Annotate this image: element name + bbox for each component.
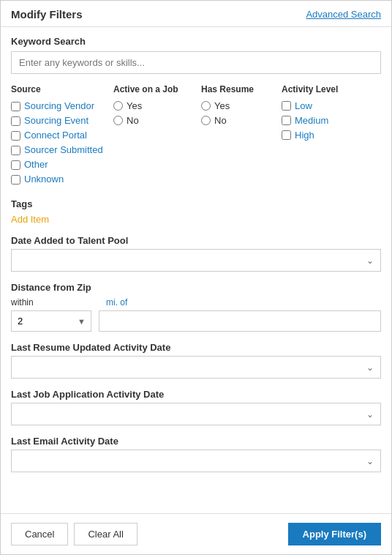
active-on-job-header: Active on a Job	[113, 84, 201, 94]
activity-low[interactable]: Low	[282, 100, 381, 111]
date-added-section: Date Added to Talent Pool ⌄	[11, 235, 381, 272]
activity-medium[interactable]: Medium	[282, 115, 381, 126]
modal-body: Keyword Search Source Sourcing Vendor So…	[1, 27, 391, 513]
distance-row: 1 2 5 10 25 50 100 ▼	[11, 310, 381, 332]
last-job-label: Last Job Application Activity Date	[11, 389, 381, 400]
source-other[interactable]: Other	[11, 159, 113, 170]
last-job-section: Last Job Application Activity Date ⌄	[11, 389, 381, 425]
connect-portal-label: Connect Portal	[24, 130, 87, 141]
source-sourcing-vendor[interactable]: Sourcing Vendor	[11, 100, 113, 111]
has-resume-header: Has Resume	[201, 84, 282, 94]
distance-within-dropdown: 1 2 5 10 25 50 100 ▼	[11, 310, 91, 332]
sourcing-vendor-label: Sourcing Vendor	[24, 100, 94, 111]
active-on-job-column: Active on a Job Yes No	[113, 84, 201, 188]
apply-filters-button[interactable]: Apply Filter(s)	[288, 523, 381, 545]
activity-level-header: Activity Level	[282, 84, 381, 94]
activity-high[interactable]: High	[282, 130, 381, 141]
source-connect-portal[interactable]: Connect Portal	[11, 130, 113, 141]
last-email-select[interactable]	[11, 450, 381, 472]
last-resume-label: Last Resume Updated Activity Date	[11, 342, 381, 353]
activity-level-column: Activity Level Low Medium High	[282, 84, 381, 188]
keyword-search-label: Keyword Search	[11, 36, 381, 47]
other-checkbox[interactable]	[11, 160, 20, 170]
resume-no-label: No	[214, 115, 227, 126]
sourcer-submitted-label: Sourcer Submitted	[24, 144, 103, 155]
source-sourcer-submitted[interactable]: Sourcer Submitted	[11, 144, 113, 155]
activity-low-checkbox[interactable]	[282, 101, 291, 111]
unknown-label: Unknown	[24, 174, 64, 185]
last-resume-section: Last Resume Updated Activity Date ⌄	[11, 342, 381, 379]
zip-code-input[interactable]	[99, 310, 381, 332]
unknown-checkbox[interactable]	[11, 175, 20, 185]
cancel-button[interactable]: Cancel	[11, 523, 68, 545]
activity-low-label: Low	[295, 100, 312, 111]
distance-within-select[interactable]: 1 2 5 10 25 50 100	[11, 310, 91, 332]
last-job-dropdown-wrapper: ⌄	[11, 403, 381, 425]
resume-yes-label: Yes	[214, 100, 230, 111]
sourcing-event-checkbox[interactable]	[11, 116, 20, 126]
date-added-select[interactable]	[11, 249, 381, 272]
other-label: Other	[24, 159, 48, 170]
activity-high-checkbox[interactable]	[282, 130, 291, 140]
resume-no-radio[interactable]	[201, 116, 211, 125]
activity-high-label: High	[295, 130, 314, 141]
activity-medium-label: Medium	[295, 115, 328, 126]
connect-portal-checkbox[interactable]	[11, 131, 20, 141]
activity-medium-checkbox[interactable]	[282, 116, 291, 125]
sourcing-event-label: Sourcing Event	[24, 115, 88, 126]
last-resume-select[interactable]	[11, 356, 381, 379]
mi-of-label: mi. of	[106, 297, 127, 308]
date-added-label: Date Added to Talent Pool	[11, 235, 381, 246]
clear-all-button[interactable]: Clear All	[74, 523, 137, 545]
active-no-radio[interactable]	[113, 116, 123, 125]
active-yes[interactable]: Yes	[113, 100, 201, 111]
modify-filters-modal: Modify Filters Advanced Search Keyword S…	[0, 0, 392, 555]
tags-section: Tags Add Item	[11, 198, 381, 225]
source-unknown[interactable]: Unknown	[11, 174, 113, 185]
filters-grid: Source Sourcing Vendor Sourcing Event Co…	[11, 84, 381, 188]
last-resume-dropdown-wrapper: ⌄	[11, 356, 381, 379]
sourcer-submitted-checkbox[interactable]	[11, 146, 20, 155]
active-no-label: No	[127, 115, 139, 126]
resume-no[interactable]: No	[201, 115, 282, 126]
distance-section: Distance from Zip within mi. of 1 2 5 10…	[11, 282, 381, 332]
tags-label: Tags	[11, 198, 381, 209]
date-added-dropdown-wrapper: ⌄	[11, 249, 381, 272]
distance-label: Distance from Zip	[11, 282, 381, 293]
modal-footer: Cancel Clear All Apply Filter(s)	[1, 513, 391, 554]
active-yes-radio[interactable]	[113, 101, 123, 111]
source-header: Source	[11, 84, 113, 94]
active-yes-label: Yes	[127, 100, 142, 111]
within-label: within	[11, 297, 99, 308]
advanced-search-link[interactable]: Advanced Search	[306, 9, 381, 20]
resume-yes[interactable]: Yes	[201, 100, 282, 111]
add-item-link[interactable]: Add Item	[11, 214, 49, 225]
source-sourcing-event[interactable]: Sourcing Event	[11, 115, 113, 126]
active-no[interactable]: No	[113, 115, 201, 126]
has-resume-column: Has Resume Yes No	[201, 84, 282, 188]
footer-left-buttons: Cancel Clear All	[11, 523, 137, 545]
last-email-label: Last Email Activity Date	[11, 436, 381, 447]
sourcing-vendor-checkbox[interactable]	[11, 102, 20, 111]
last-email-section: Last Email Activity Date ⌄	[11, 436, 381, 472]
last-email-dropdown-wrapper: ⌄	[11, 450, 381, 472]
modal-header: Modify Filters Advanced Search	[1, 1, 391, 27]
modal-title: Modify Filters	[11, 8, 83, 21]
source-column: Source Sourcing Vendor Sourcing Event Co…	[11, 84, 113, 188]
distance-top-labels: within mi. of	[11, 297, 381, 308]
resume-yes-radio[interactable]	[201, 101, 211, 111]
last-job-select[interactable]	[11, 403, 381, 425]
keyword-search-input[interactable]	[11, 51, 381, 74]
